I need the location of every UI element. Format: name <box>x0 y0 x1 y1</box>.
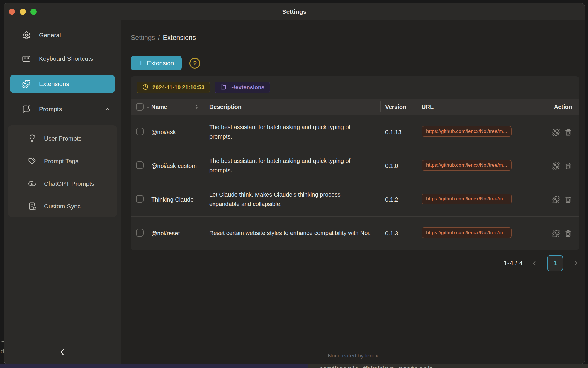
sidebar-item-user-prompts[interactable]: User Prompts <box>8 132 117 145</box>
timestamp-badge: 2024-11-19 21:10:53 <box>137 82 210 93</box>
help-icon[interactable]: ? <box>189 58 200 69</box>
trash-icon[interactable] <box>564 162 572 170</box>
chevron-left-icon <box>58 348 67 358</box>
window-title: Settings <box>282 8 307 15</box>
page-1-button[interactable]: 1 <box>547 255 563 271</box>
extension-url-link[interactable]: https://github.com/lencx/Noi/tree/m... <box>422 126 512 137</box>
plus-icon: + <box>139 59 143 67</box>
directory-text: ~/extensions <box>230 84 264 91</box>
sidebar-item-prompt-tags[interactable]: Prompt Tags <box>8 154 117 168</box>
sidebar-item-custom-sync[interactable]: Custom Sync <box>8 200 117 213</box>
extensions-panel: 2024-11-19 21:10:53 ~/extensions <box>131 76 579 250</box>
row-checkbox[interactable] <box>136 229 144 237</box>
background-desktop-strip <box>0 364 308 368</box>
column-header-action: Action <box>543 99 574 115</box>
extension-description: Let Claude think. Makes Claude's thinkin… <box>205 190 380 209</box>
column-header-url: URL <box>417 99 543 115</box>
previous-page-icon[interactable] <box>531 260 538 266</box>
sidebar-item-keyboard-shortcuts[interactable]: Keyboard Shortcuts <box>4 51 121 66</box>
extension-description: Reset certain website styles to enhance … <box>205 229 380 238</box>
titlebar: Settings <box>4 3 585 20</box>
chevron-down-icon[interactable] <box>145 104 150 109</box>
extension-url-link[interactable]: https://github.com/lencx/Noi/tree/m... <box>422 160 512 171</box>
puzzle-off-icon[interactable] <box>552 128 560 136</box>
extension-description: The best assistant for batch asking and … <box>205 123 380 141</box>
extension-name: Thinking Claude <box>151 195 205 204</box>
footer-credit: Noi created by lencx <box>121 352 585 359</box>
tags-icon <box>28 157 36 165</box>
sort-arrows-icon[interactable] <box>194 104 199 110</box>
sidebar-item-chatgpt-prompts[interactable]: ChatGPT Prompts <box>8 177 117 190</box>
add-extension-button[interactable]: + Extension <box>131 56 182 70</box>
sidebar-item-label: Prompts <box>39 106 62 113</box>
background-editor-strip: <anthropic_thinking_protocol> <box>308 364 588 368</box>
sidebar-subitem-label: ChatGPT Prompts <box>44 180 94 187</box>
puzzle-off-icon[interactable] <box>552 196 560 204</box>
close-button[interactable] <box>9 9 15 15</box>
extension-url-link[interactable]: https://github.com/lencx/Noi/tree/m... <box>422 227 512 238</box>
extension-name: @noi/ask <box>151 128 205 137</box>
prompt-bubble-icon <box>22 105 31 114</box>
sidebar-nav: General Keyboard Shortcuts Extensions <box>4 28 121 117</box>
row-checkbox[interactable] <box>136 195 144 203</box>
row-checkbox[interactable] <box>136 161 144 169</box>
main-content: Settings/Extensions + Extension ? <box>121 20 585 364</box>
sidebar-item-label: Keyboard Shortcuts <box>39 55 93 62</box>
table-body: @noi/ask The best assistant for batch as… <box>131 115 579 250</box>
trash-icon[interactable] <box>564 229 572 237</box>
background-bottom-strip: <anthropic_thinking_protocol> <box>0 364 588 368</box>
column-header-version: Version <box>380 99 417 115</box>
puzzle-off-icon[interactable] <box>552 162 560 170</box>
toolbar: + Extension ? <box>131 56 585 70</box>
sidebar-collapse-button[interactable] <box>4 348 121 358</box>
extension-version: 0.1.3 <box>380 230 417 237</box>
trash-icon[interactable] <box>564 128 572 136</box>
select-all-checkbox[interactable] <box>136 103 144 111</box>
breadcrumb: Settings/Extensions <box>131 34 585 42</box>
next-page-icon[interactable] <box>573 260 579 266</box>
sidebar-item-label: General <box>39 32 61 39</box>
minimize-button[interactable] <box>20 9 26 15</box>
table-row: @noi/reset Reset certain website styles … <box>131 216 579 250</box>
extension-url-link[interactable]: https://github.com/lencx/Noi/tree/m... <box>422 194 512 204</box>
row-checkbox[interactable] <box>136 128 144 135</box>
table-row: @noi/ask-custom The best assistant for b… <box>131 149 579 183</box>
pagination: 1-4 / 4 1 <box>131 255 579 271</box>
breadcrumb-current: Extensions <box>163 34 196 41</box>
sidebar: General Keyboard Shortcuts Extensions <box>4 20 121 364</box>
directory-badge: ~/extensions <box>215 82 270 93</box>
extension-name: @noi/reset <box>151 229 205 238</box>
column-header-name[interactable]: Name <box>151 104 167 110</box>
extension-description: The best assistant for batch asking and … <box>205 156 380 175</box>
extension-version: 0.1.0 <box>380 163 417 169</box>
trash-icon[interactable] <box>564 196 572 204</box>
extension-version: 0.1.2 <box>380 196 417 203</box>
breadcrumb-separator: / <box>158 34 160 41</box>
zoom-button[interactable] <box>30 9 37 15</box>
keyboard-icon <box>22 54 31 63</box>
filter-badges: 2024-11-19 21:10:53 ~/extensions <box>131 76 579 99</box>
sidebar-item-general[interactable]: General <box>4 28 121 43</box>
timestamp-text: 2024-11-19 21:10:53 <box>152 84 204 91</box>
lightbulb-sparkle-icon <box>28 134 36 143</box>
puzzle-off-icon[interactable] <box>552 229 560 237</box>
extension-name: @noi/ask-custom <box>151 161 205 171</box>
sidebar-subitem-label: Prompt Tags <box>44 158 79 165</box>
table-header: Name Description Version URL Action <box>131 99 579 115</box>
cloud-icon <box>28 179 36 188</box>
breadcrumb-parent[interactable]: Settings <box>131 34 155 41</box>
puzzle-icon <box>22 80 31 88</box>
gear-icon <box>22 31 31 40</box>
sidebar-subitem-label: User Prompts <box>44 135 81 142</box>
extension-version: 0.1.13 <box>380 129 417 136</box>
add-extension-label: Extension <box>147 60 174 67</box>
sidebar-item-prompts[interactable]: Prompts <box>4 102 121 117</box>
background-editor-text: <anthropic_thinking_protocol> <box>318 365 435 368</box>
sidebar-item-extensions[interactable]: Extensions <box>10 75 115 93</box>
doc-sync-icon <box>28 202 36 210</box>
traffic-lights <box>9 9 37 15</box>
pagination-range: 1-4 / 4 <box>504 259 523 267</box>
sidebar-item-label: Extensions <box>39 80 69 87</box>
table-row: Thinking Claude Let Claude think. Makes … <box>131 183 579 216</box>
column-header-description: Description <box>205 99 380 115</box>
